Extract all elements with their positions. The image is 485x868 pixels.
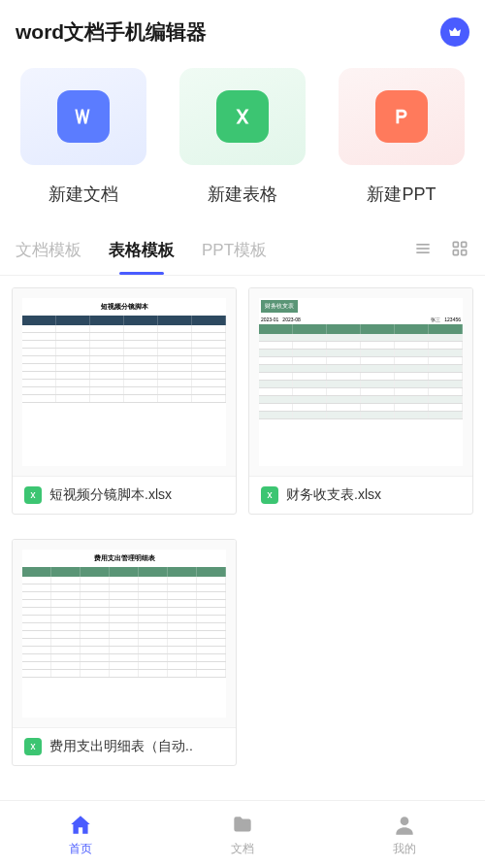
- list-view-icon[interactable]: [413, 239, 433, 262]
- action-row: 新建文档 新建表格 新建PPT: [0, 58, 485, 225]
- ppt-icon: [375, 90, 428, 143]
- person-icon: [392, 813, 417, 838]
- nav-home[interactable]: 首页: [0, 801, 162, 868]
- ppt-tile: [339, 68, 465, 165]
- doc-tile: [20, 68, 146, 165]
- template-thumbnail: 财务收支表 2023-012023-08张三123456: [249, 288, 472, 476]
- view-toggle: [413, 239, 469, 262]
- thumb-title: 费用支出管理明细表: [22, 550, 226, 567]
- card-footer: 短视频分镜脚本.xlsx: [13, 476, 236, 514]
- svg-rect-6: [462, 250, 467, 254]
- new-sheet-label: 新建表格: [208, 183, 277, 206]
- folder-icon: [230, 813, 255, 838]
- template-thumbnail: 短视频分镜脚本: [13, 288, 236, 476]
- svg-rect-3: [453, 242, 458, 247]
- card-footer: 财务收支表.xlsx: [249, 476, 472, 514]
- new-sheet-button[interactable]: 新建表格: [169, 68, 316, 206]
- file-name: 费用支出明细表（自动..: [49, 738, 193, 755]
- app-header: word文档手机编辑器: [0, 0, 485, 58]
- excel-icon: [216, 90, 269, 143]
- tab-doc-templates[interactable]: 文档模板: [16, 225, 81, 275]
- app-title: word文档手机编辑器: [16, 18, 207, 46]
- new-ppt-label: 新建PPT: [367, 183, 436, 206]
- template-card[interactable]: 费用支出管理明细表 费用支出明细表（自动..: [12, 539, 237, 766]
- thumb-title: 财务收支表: [261, 300, 298, 313]
- tab-sheet-templates[interactable]: 表格模板: [109, 225, 175, 275]
- thumb-title: 短视频分镜脚本: [22, 298, 226, 316]
- file-name: 短视频分镜脚本.xlsx: [49, 486, 172, 504]
- template-card[interactable]: 短视频分镜脚本 短视频分镜脚本.xlsx: [12, 287, 237, 515]
- bottom-navbar: 首页 文档 我的: [0, 800, 485, 868]
- new-doc-button[interactable]: 新建文档: [10, 68, 157, 206]
- nav-mine-label: 我的: [393, 841, 416, 857]
- xlsx-icon: [24, 738, 42, 755]
- premium-badge[interactable]: [440, 17, 469, 47]
- xlsx-icon: [24, 486, 42, 504]
- template-thumbnail: 费用支出管理明细表: [13, 540, 236, 727]
- grid-view-icon[interactable]: [450, 239, 469, 262]
- crown-icon: [447, 24, 463, 40]
- nav-mine[interactable]: 我的: [323, 801, 485, 868]
- tab-ppt-templates[interactable]: PPT模板: [202, 225, 267, 275]
- new-doc-label: 新建文档: [48, 183, 118, 206]
- home-icon: [68, 813, 93, 838]
- nav-docs[interactable]: 文档: [162, 801, 324, 868]
- template-card[interactable]: 财务收支表 2023-012023-08张三123456 财务收支表.xlsx: [248, 287, 473, 515]
- svg-point-7: [400, 817, 408, 825]
- nav-home-label: 首页: [69, 841, 92, 857]
- card-footer: 费用支出明细表（自动..: [13, 727, 236, 765]
- svg-rect-4: [462, 242, 467, 247]
- template-tabs: 文档模板 表格模板 PPT模板: [0, 225, 485, 276]
- xlsx-icon: [261, 486, 278, 504]
- template-grid[interactable]: 短视频分镜脚本 短视频分镜脚本.xlsx 财务收支表 2023: [0, 276, 485, 790]
- new-ppt-button[interactable]: 新建PPT: [328, 68, 475, 206]
- file-name: 财务收支表.xlsx: [286, 486, 381, 504]
- svg-rect-5: [453, 250, 458, 254]
- word-icon: [57, 90, 110, 143]
- sheet-tile: [179, 68, 306, 165]
- nav-docs-label: 文档: [231, 841, 254, 857]
